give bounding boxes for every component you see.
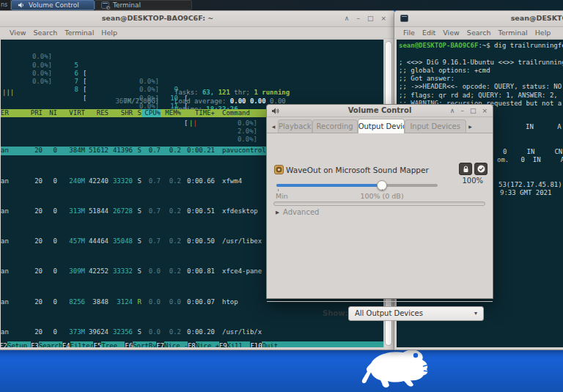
terminal-output-fragment: IN A — [526, 123, 562, 131]
slider-min-label: Min — [276, 192, 288, 200]
terminal-output-line: ;; global options: +cmd — [399, 67, 563, 75]
right-window-titlebar[interactable]: sean@DESKTOP-BAO9C6F: ~ — [394, 11, 563, 27]
function-key[interactable]: F10Quit — [250, 341, 285, 347]
function-key[interactable]: F6SortBy — [125, 341, 156, 347]
cpu-meter-row: 0.0%] 6 [ 0.0%] 10 [ 0.0%] 14 [ 0.0%] — [1, 53, 383, 61]
tasks-summary: Tasks: 63, 121 thr; 1 running — [1, 81, 383, 89]
screen: sean@DESKTOP-BAO9C6F: ~ ∧ – □ × ViewSear… — [0, 0, 563, 392]
left-window-menubar: ViewSearchTerminalHelp — [0, 27, 395, 39]
tab[interactable]: Input Devices — [405, 119, 466, 133]
audio-device-icon — [274, 165, 284, 174]
function-key[interactable]: F2Setup — [1, 341, 31, 347]
taskbar-button-terminal[interactable]: Terminal — [95, 0, 192, 10]
speaker-icon — [18, 1, 25, 9]
lock-icon — [463, 166, 469, 173]
output-devices-panel: WaveOut on Microsoft Sound Mapper 100% — [267, 133, 493, 298]
function-key[interactable]: F4Filter — [62, 341, 94, 347]
process-row[interactable]: an 20 0 8256 3848 3124 R 0.0 0.0 0:00.07… — [1, 298, 383, 306]
applications-menu-fragment[interactable]: ns — [0, 0, 11, 10]
function-key[interactable]: F8Nice + — [188, 341, 219, 347]
right-window-menubar: FileEditViewSearchTerminalHelp — [394, 27, 563, 39]
left-window-titlebar[interactable]: sean@DESKTOP-BAO9C6F: ~ ∧ – □ × — [0, 11, 395, 27]
expander-icon: ▶ — [276, 210, 279, 215]
menu-item[interactable]: Search — [463, 29, 495, 37]
function-key[interactable]: F3Search — [31, 341, 62, 347]
left-window-title: sean@DESKTOP-BAO9C6F: ~ — [0, 14, 395, 22]
taskbar-button-volume-control[interactable]: Volume Control — [11, 0, 95, 10]
menu-item[interactable]: Help — [97, 29, 121, 37]
separator — [267, 301, 493, 302]
load-average: Load average: 0.00 0.00 0.00 — [1, 89, 383, 97]
function-key[interactable]: F5Tree — [93, 341, 125, 347]
dialog-tabbar: ◀ PlaybackRecordingOutput DevicesInput D… — [267, 117, 493, 133]
tab[interactable]: Recording — [312, 119, 358, 133]
volume-readout: 100% — [462, 177, 483, 185]
advanced-expander[interactable]: ▶Advanced — [276, 208, 319, 216]
terminal-output-line — [399, 50, 563, 58]
terminal-output-line: ;; ->>HEADER<<- opcode: QUERY, status: N… — [399, 83, 563, 91]
show-label: Show: — [323, 309, 347, 317]
function-key[interactable]: F7Nice - — [156, 341, 188, 347]
terminal-output-fragment: 0 IN CN — [503, 148, 562, 156]
terminal-output-line: ;; flags: qr rd ad; QUERY: 1, ANSWER: 2, — [399, 92, 563, 100]
minimize-button[interactable]: – — [356, 13, 360, 23]
tab-scroll-right-icon[interactable]: ▶ — [466, 124, 475, 133]
volume-slider[interactable] — [276, 184, 438, 187]
set-fallback-button[interactable] — [474, 163, 487, 175]
dropdown-arrow-icon: ▾ — [474, 307, 477, 320]
shade-button[interactable]: ∧ — [450, 106, 455, 116]
slider-tick-min — [278, 189, 279, 191]
slider-tick-base — [382, 189, 383, 191]
maximize-button[interactable]: □ — [470, 106, 476, 116]
shell-prompt-line: sean@DESKTOP-BAO9C6F:~$ dig trailrunning… — [399, 42, 563, 50]
terminal-output-fragment: om. 0 IN A — [497, 156, 563, 164]
shade-button[interactable]: ∧ — [345, 13, 350, 23]
function-key[interactable]: F9Kill — [219, 341, 251, 347]
xfce-mouse-logo — [361, 349, 431, 388]
cpu-meter-row: 0.0%] 7 [ 0.0%] 11 [ || 2.0%] 15 [ 0.0%] — [1, 62, 383, 70]
slider-fill — [276, 184, 382, 187]
slider-base-label: 100% (0 dB) — [360, 192, 403, 200]
right-window-title: sean@DESKTOP-BAO9C6F: ~ — [394, 14, 563, 22]
badge-icon — [106, 5, 111, 10]
dialog-titlebar[interactable]: Volume Control ∧ – □ × — [267, 105, 493, 117]
cpu-meter-row: 0.0%] 8 [ 0.0%] 12 [ 0.0%] 16 [ 0.0%] — [1, 70, 383, 78]
show-devices-dropdown[interactable]: All Output Devices ▾ — [348, 306, 484, 321]
menu-item[interactable]: Edit — [419, 29, 439, 37]
menu-item[interactable]: View — [439, 29, 463, 37]
device-name: WaveOut on Microsoft Sound Mapper — [286, 166, 429, 174]
close-button[interactable]: × — [482, 106, 487, 116]
process-row[interactable]: an 20 0 373M 39624 32356 S 0.0 0.2 0:00.… — [1, 328, 383, 336]
tab-scroll-left-icon[interactable]: ◀ — [269, 124, 278, 133]
terminal-output-fragment: 9:33 GMT 2021 — [500, 189, 551, 197]
menu-item[interactable]: File — [400, 29, 419, 37]
terminal-output-line: ;; Got answer: — [399, 75, 563, 83]
menu-item[interactable]: Terminal — [495, 29, 531, 37]
lock-channels-button[interactable] — [459, 163, 472, 175]
tab[interactable]: Output Devices — [358, 119, 405, 133]
top-panel: ns Volume Control Terminal — [0, 0, 563, 10]
volume-control-dialog: Volume Control ∧ – □ × ◀ PlaybackRecordi… — [266, 104, 493, 299]
maximize-button[interactable]: □ — [367, 13, 374, 23]
dig-output: ; <<>> DiG 9.16.1-Ubuntu <<>> trailrunni… — [399, 50, 563, 108]
menu-item[interactable]: Terminal — [61, 29, 97, 37]
terminal-output-line: ; <<>> DiG 9.16.1-Ubuntu <<>> trailrunni… — [399, 59, 563, 67]
menu-item[interactable]: View — [6, 29, 30, 37]
function-bar-filler — [285, 341, 383, 347]
menu-item[interactable]: Search — [30, 29, 62, 37]
tab[interactable]: Playback — [278, 119, 312, 133]
terminal-output-fragment: 53(172.17.45.81) — [498, 181, 562, 189]
minimize-button[interactable]: – — [460, 106, 464, 116]
close-button[interactable]: × — [380, 13, 386, 23]
menu-item[interactable]: Help — [531, 29, 555, 37]
check-circle-icon — [477, 165, 485, 173]
sort-column-cpu: CPU% — [141, 109, 161, 117]
terminal-icon — [101, 1, 109, 9]
peak-level-meter — [273, 201, 485, 206]
cpu-meter-row: 0.0%] 5 [ 0.0%] 9 [ 0.0%] 13 [ 0.0%] — [1, 45, 383, 53]
